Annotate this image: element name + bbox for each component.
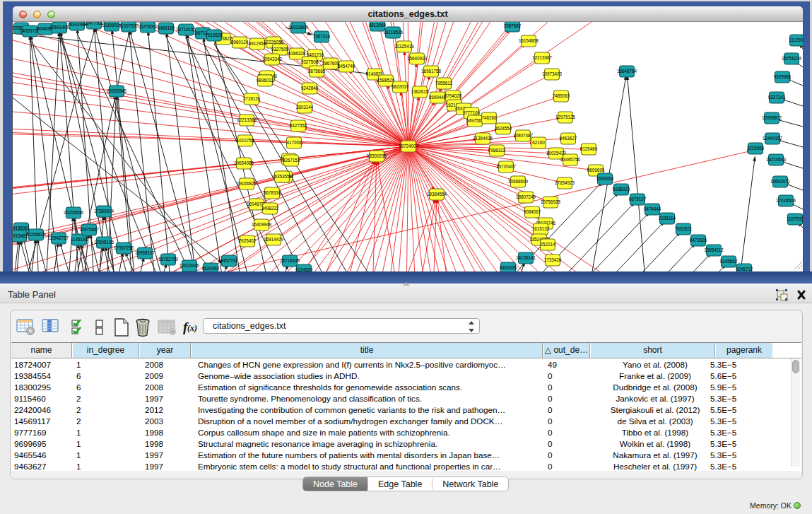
svg-text:21364436: 21364436 — [473, 136, 493, 141]
svg-text:9327508: 9327508 — [301, 59, 319, 64]
svg-text:18807249: 18807249 — [516, 194, 536, 199]
svg-text:19218506: 19218506 — [383, 30, 404, 35]
svg-text:62160: 62160 — [532, 140, 545, 145]
svg-text:10975867: 10975867 — [79, 227, 100, 232]
svg-text:746266: 746266 — [481, 115, 497, 120]
svg-text:8427552: 8427552 — [290, 123, 307, 128]
svg-text:19384554: 19384554 — [427, 192, 447, 197]
svg-text:1588520: 1588520 — [377, 78, 395, 83]
svg-text:16782759: 16782759 — [158, 257, 179, 262]
svg-text:14136141: 14136141 — [516, 255, 536, 260]
svg-text:16648784: 16648784 — [617, 69, 637, 74]
svg-text:7632621: 7632621 — [675, 226, 693, 231]
svg-text:8186328: 8186328 — [288, 51, 306, 56]
svg-text:9242848: 9242848 — [301, 86, 319, 90]
svg-text:6466160: 6466160 — [158, 25, 175, 30]
svg-text:11325419: 11325419 — [394, 44, 414, 49]
svg-text:23495756: 23495756 — [560, 157, 581, 162]
svg-text:7955812: 7955812 — [435, 81, 453, 86]
svg-text:15640910: 15640910 — [407, 56, 428, 61]
svg-text:3498222: 3498222 — [261, 206, 279, 211]
svg-text:2935114: 2935114 — [659, 216, 676, 221]
svg-text:5938923: 5938923 — [613, 187, 630, 192]
svg-text:7515526: 7515526 — [206, 33, 223, 37]
svg-text:16353559: 16353559 — [272, 174, 293, 179]
svg-text:20206536: 20206536 — [64, 210, 84, 215]
svg-text:17359924: 17359924 — [94, 209, 114, 214]
svg-text:8960124: 8960124 — [231, 40, 249, 45]
svg-text:17654923: 17654923 — [555, 180, 575, 185]
svg-text:16210643: 16210643 — [766, 157, 787, 162]
svg-text:12213369: 12213369 — [237, 117, 257, 122]
svg-text:19654985: 19654985 — [234, 160, 254, 165]
svg-text:9699695: 9699695 — [587, 168, 605, 173]
svg-text:15751074: 15751074 — [782, 56, 802, 61]
svg-text:9457791: 9457791 — [220, 258, 238, 263]
svg-text:16409948: 16409948 — [252, 222, 272, 227]
svg-text:(x): (x) — [187, 323, 197, 333]
svg-text:20053346: 20053346 — [107, 88, 127, 93]
svg-text:15716435: 15716435 — [280, 258, 300, 263]
svg-text:9435061: 9435061 — [13, 226, 30, 230]
svg-text:9115460: 9115460 — [580, 146, 598, 151]
svg-text:9227343: 9227343 — [768, 95, 786, 100]
svg-text:10543342: 10543342 — [262, 57, 283, 62]
svg-text:1733426: 1733426 — [544, 257, 562, 262]
svg-text:12023446: 12023446 — [180, 263, 200, 268]
svg-text:11156829: 11156829 — [26, 232, 46, 237]
svg-text:9474444: 9474444 — [644, 206, 661, 211]
svg-text:8454749: 8454749 — [338, 64, 355, 69]
svg-text:7625402: 7625402 — [239, 238, 257, 243]
svg-text:9329966: 9329966 — [774, 74, 792, 79]
svg-text:1362615: 1362615 — [411, 89, 429, 94]
svg-text:7485063: 7485063 — [553, 93, 570, 98]
svg-text:15692971: 15692971 — [770, 179, 791, 184]
svg-text:1167533: 1167533 — [787, 216, 803, 221]
svg-text:16961758: 16961758 — [421, 69, 442, 74]
svg-text:8620462: 8620462 — [202, 266, 220, 271]
svg-text:9327505: 9327505 — [271, 47, 289, 52]
svg-text:12505135: 12505135 — [94, 240, 114, 245]
svg-text:7357224: 7357224 — [313, 34, 331, 39]
svg-text:16914479: 16914479 — [264, 237, 284, 242]
svg-text:12975125: 12975125 — [555, 115, 576, 119]
svg-text:1112905: 1112905 — [789, 37, 803, 42]
svg-text:3624554: 3624554 — [495, 126, 512, 131]
svg-text:8461626: 8461626 — [500, 265, 517, 270]
svg-text:15276062: 15276062 — [138, 24, 158, 29]
svg-text:8267151: 8267151 — [283, 158, 300, 163]
svg-text:9777169: 9777169 — [463, 110, 481, 115]
svg-text:2803144: 2803144 — [296, 105, 314, 110]
svg-text:8471626: 8471626 — [690, 238, 707, 243]
svg-text:9463627: 9463627 — [560, 136, 577, 141]
svg-text:15720407: 15720407 — [496, 164, 517, 169]
svg-text:12942737: 12942737 — [49, 235, 69, 240]
svg-text:17957255: 17957255 — [114, 245, 134, 250]
svg-text:10688609: 10688609 — [508, 179, 529, 184]
svg-text:16154808: 16154808 — [519, 38, 539, 43]
svg-text:10807487: 10807487 — [513, 133, 534, 138]
svg-text:10654112: 10654112 — [704, 247, 724, 252]
svg-text:12213967: 12213967 — [532, 55, 553, 60]
svg-text:3215955: 3215955 — [747, 146, 765, 151]
svg-text:18724007: 18724007 — [399, 144, 419, 148]
svg-text:19756928: 19756928 — [541, 199, 561, 204]
svg-text:9245712: 9245712 — [736, 267, 753, 271]
svg-text:1640954: 1640954 — [596, 176, 614, 181]
svg-text:1145193: 1145193 — [71, 237, 88, 242]
svg-text:9084067: 9084067 — [524, 209, 541, 214]
svg-text:10973493: 10973493 — [542, 71, 563, 76]
svg-text:417006: 417006 — [286, 140, 302, 145]
svg-text:252214: 252214 — [540, 242, 555, 247]
svg-text:8678334: 8678334 — [264, 190, 281, 195]
svg-text:6679197: 6679197 — [629, 197, 647, 201]
svg-text:2718126: 2718126 — [243, 96, 261, 101]
svg-text:6794028: 6794028 — [445, 93, 462, 98]
svg-text:12093872: 12093872 — [762, 115, 782, 120]
svg-text:9245652: 9245652 — [720, 259, 738, 264]
svg-text:17016504: 17016504 — [776, 198, 796, 203]
svg-text:19166827: 19166827 — [237, 181, 257, 186]
svg-text:3875685: 3875685 — [308, 69, 326, 74]
svg-text:2087682: 2087682 — [504, 23, 522, 28]
svg-text:12444157: 12444157 — [763, 136, 783, 141]
